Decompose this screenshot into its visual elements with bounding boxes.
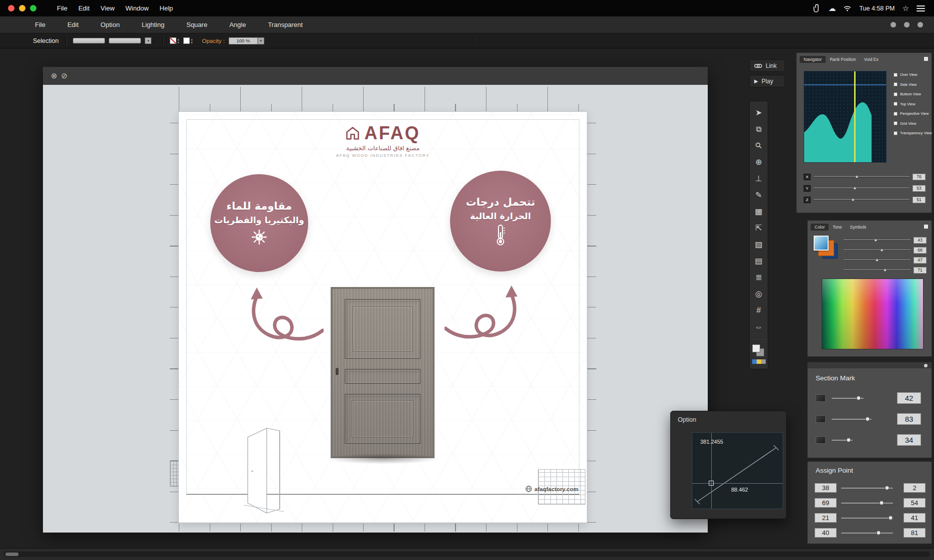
section-value-1[interactable]: 42 — [897, 392, 921, 404]
pattern-tool-icon[interactable]: ▦ — [749, 203, 768, 220]
checkbox-perspective-view[interactable] — [894, 112, 898, 116]
assign-slider-3[interactable] — [841, 516, 893, 520]
gradient-tool-icon[interactable]: ▨ — [749, 236, 768, 253]
color-value-1[interactable]: 43 — [914, 237, 927, 244]
tab-tone[interactable]: Tone — [829, 224, 846, 231]
tab-symbols[interactable]: Symbols — [846, 224, 871, 231]
z-axis-slider[interactable]: ▲ — [814, 197, 910, 203]
menu-window[interactable]: Window — [120, 4, 154, 12]
checkbox-transparency-view[interactable] — [894, 131, 898, 135]
option-curve-editor[interactable]: 381.2455 88.462 — [692, 432, 783, 509]
color-spectrum-picker[interactable] — [822, 279, 924, 349]
minimize-window-button[interactable] — [19, 5, 25, 11]
close-window-button[interactable] — [8, 5, 14, 11]
fill-stroke-swatches[interactable] — [752, 344, 765, 357]
zoom-window-button[interactable] — [30, 5, 36, 11]
adjust-tool-icon[interactable]: ≣ — [749, 269, 768, 285]
artboard[interactable]: AFAQ مصنع افاق للصناعات الخشبية AFAQ WOO… — [179, 112, 587, 523]
assign-slider-1[interactable] — [841, 486, 893, 490]
document-canvas[interactable]: AFAQ مصنع افاق للصناعات الخشبية AFAQ WOO… — [43, 85, 708, 533]
app-control-dot-3[interactable] — [918, 22, 923, 27]
assign-slider-2[interactable] — [841, 501, 893, 505]
checkbox-bottom-view[interactable] — [894, 92, 898, 96]
section-slider-3[interactable] — [832, 438, 853, 442]
checkbox-over-view[interactable] — [894, 73, 898, 77]
assign-left-value-3[interactable]: 21 — [815, 513, 837, 523]
horizontal-scroll-thumb[interactable] — [5, 553, 18, 556]
hamburger-menu-icon[interactable] — [917, 5, 925, 11]
app-menu-lighting[interactable]: Lighting — [131, 21, 176, 28]
color-slider-2[interactable]: ▲ — [844, 247, 911, 253]
assign-left-value-2[interactable]: 69 — [815, 498, 837, 508]
send-tool-icon[interactable]: ➤ — [749, 104, 768, 121]
disable-document-icon[interactable]: ⊘ — [61, 71, 68, 80]
pen-tool-icon[interactable]: ✎ — [749, 187, 768, 203]
assign-right-value-1[interactable]: 2 — [904, 483, 926, 493]
section-swatch-3[interactable] — [816, 436, 826, 444]
zoom-tool-icon[interactable]: ⚲ — [749, 137, 768, 154]
y-axis-value[interactable]: 53 — [913, 185, 926, 192]
color-value-4[interactable]: 71 — [914, 267, 927, 274]
menu-view[interactable]: View — [95, 4, 120, 12]
app-menu-edit[interactable]: Edit — [56, 21, 89, 28]
document-titlebar[interactable]: ⊗ ⊘ — [43, 67, 708, 85]
tab-color[interactable]: Color — [811, 224, 829, 231]
tab-void-ex[interactable]: Void Ex — [860, 56, 883, 63]
section-swatch-1[interactable] — [816, 394, 826, 402]
section-slider-1[interactable] — [832, 396, 864, 400]
x-axis-value[interactable]: 76 — [913, 174, 926, 180]
color-slider-4[interactable]: ▲ — [844, 267, 911, 273]
checkbox-grid-view[interactable] — [894, 121, 898, 125]
cloud-icon[interactable]: ☁ — [828, 4, 836, 13]
app-control-dot-1[interactable] — [891, 22, 896, 27]
checkbox-top-view[interactable] — [894, 102, 898, 106]
play-button[interactable]: ▶ Play — [749, 75, 785, 87]
fill-stepper[interactable]: ▴▾ — [191, 38, 192, 44]
close-document-icon[interactable]: ⊗ — [51, 71, 57, 80]
assign-right-value-4[interactable]: 81 — [904, 528, 926, 538]
inspect-tool-icon[interactable]: ⊕ — [749, 154, 768, 170]
app-menu-file[interactable]: File — [24, 21, 56, 28]
tab-navigator[interactable]: Navigator — [800, 56, 826, 63]
assign-left-value-4[interactable]: 40 — [815, 528, 837, 538]
mini-color-bar[interactable] — [752, 359, 766, 364]
color-swatch-stack[interactable] — [814, 236, 840, 262]
color-value-2[interactable]: 68 — [914, 247, 927, 254]
y-axis-slider[interactable]: ▲ — [814, 185, 910, 191]
assign-left-value-1[interactable]: 38 — [815, 483, 837, 493]
panel-options-icon[interactable] — [924, 225, 928, 229]
menu-help[interactable]: Help — [154, 4, 179, 12]
navigator-marker-line[interactable] — [854, 71, 856, 162]
assign-right-value-2[interactable]: 54 — [904, 498, 926, 508]
columns-tool-icon[interactable]: ▤ — [749, 253, 768, 269]
app-menu-transparent[interactable]: Transparent — [257, 21, 314, 28]
menu-edit[interactable]: Edit — [73, 4, 95, 12]
app-control-dot-2[interactable] — [904, 22, 910, 27]
option-anchor-point[interactable] — [709, 481, 714, 486]
menubar-clock[interactable]: Tue 4:58 PM — [859, 5, 895, 12]
horizontal-scroll-track[interactable] — [4, 552, 930, 557]
panel-options-icon[interactable] — [924, 57, 928, 61]
stroke-width-slider[interactable] — [73, 38, 105, 43]
tab-rank-position[interactable]: Rank Position — [826, 56, 860, 63]
checkbox-side-view[interactable] — [894, 82, 898, 86]
paperclip-icon[interactable] — [813, 4, 821, 12]
x-axis-slider[interactable]: ▲ — [814, 174, 910, 180]
slider-dropdown-icon[interactable]: ▾ — [145, 37, 151, 44]
fill-color-swatch[interactable] — [183, 37, 190, 44]
brush-size-slider[interactable] — [109, 38, 141, 43]
color-slider-3[interactable]: ▲ — [844, 257, 911, 263]
panel-collapse-icon[interactable] — [924, 364, 928, 367]
menu-file[interactable]: File — [51, 4, 73, 12]
section-value-3[interactable]: 34 — [897, 434, 921, 446]
opacity-dropdown-icon[interactable]: ▾ — [258, 37, 264, 44]
wifi-icon[interactable] — [843, 5, 852, 11]
assign-slider-4[interactable] — [841, 531, 893, 535]
export-tool-icon[interactable]: ⇱ — [749, 220, 768, 236]
opacity-value-field[interactable]: 100 % — [229, 37, 258, 44]
color-value-3[interactable]: 47 — [914, 257, 927, 264]
star-icon[interactable]: ☆ — [903, 4, 909, 13]
color-slider-1[interactable]: ▲ — [844, 237, 911, 243]
link-button[interactable]: Link — [749, 59, 785, 72]
assign-right-value-3[interactable]: 41 — [904, 513, 926, 523]
